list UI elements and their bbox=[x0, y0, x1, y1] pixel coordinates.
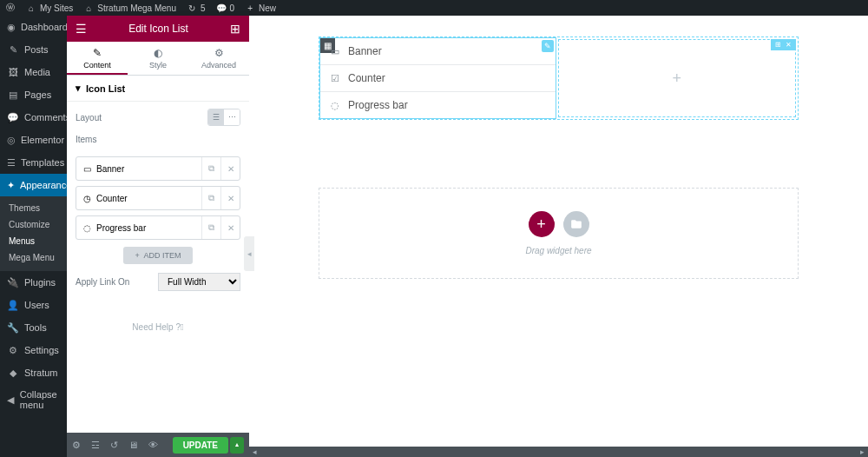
dashboard-icon: ◉ bbox=[7, 21, 16, 33]
footer-preview-icon[interactable]: 👁 bbox=[148, 440, 158, 451]
elementor-panel: ☰ Edit Icon List ⊞ ✎Content ◐Style ⚙Adva… bbox=[67, 16, 249, 457]
repeater-item[interactable]: ▭Banner ⧉ ✕ bbox=[76, 156, 240, 181]
elementor-modal: ✕ Save Menu ☰ Edit Icon List ⊞ ✎Content … bbox=[67, 16, 868, 457]
layout-label: Layout bbox=[76, 113, 102, 123]
sidebar-item-elementor[interactable]: ◎Elementor bbox=[0, 129, 67, 151]
section-selected[interactable]: ▦ ✎ ▭Banner ☑Counter ◌Progress bar ⊞✕ + bbox=[319, 36, 799, 120]
pin-icon: ✎ bbox=[7, 43, 19, 56]
home-icon: ⌂ bbox=[26, 3, 36, 13]
banner-icon: ▭ bbox=[83, 164, 91, 174]
tab-content[interactable]: ✎Content bbox=[67, 42, 128, 75]
chevron-down-icon: ▾ bbox=[76, 83, 81, 94]
panel-header: ☰ Edit Icon List ⊞ bbox=[67, 16, 249, 42]
sidebar-item-dashboard[interactable]: ◉Dashboard bbox=[0, 16, 67, 38]
layout-toggle[interactable]: ☰ ⋯ bbox=[207, 109, 240, 126]
appearance-submenu: Themes Customize Menus Mega Menu bbox=[0, 196, 67, 271]
add-item-button[interactable]: + ADD ITEM bbox=[123, 247, 194, 264]
layout-horizontal[interactable]: ⋯ bbox=[224, 109, 240, 125]
scroll-left-icon[interactable]: ◂ bbox=[249, 447, 260, 456]
plus-icon: + bbox=[245, 3, 255, 13]
plugin-icon: 🔌 bbox=[7, 276, 19, 288]
submenu-menus[interactable]: Menus bbox=[0, 233, 67, 249]
add-widget-icon[interactable]: + bbox=[672, 70, 681, 88]
remove-button[interactable]: ✕ bbox=[220, 187, 240, 209]
folder-icon bbox=[570, 218, 582, 230]
sidebar-item-stratum[interactable]: ◆Stratum bbox=[0, 361, 67, 384]
need-help[interactable]: Need Help ?⃝ bbox=[67, 300, 249, 354]
progress-icon: ◌ bbox=[83, 223, 91, 233]
panel-footer: ⚙ ☲ ↺ 🖥 👁 UPDATE ▴ bbox=[67, 433, 249, 457]
footer-navigator-icon[interactable]: ☲ bbox=[91, 440, 100, 451]
scroll-right-icon[interactable]: ▸ bbox=[857, 447, 868, 456]
sidebar-item-media[interactable]: 🖾Media bbox=[0, 61, 67, 83]
site-name-link[interactable]: ⌂Stratum Mega Menu bbox=[83, 3, 176, 13]
icon-list-widget[interactable]: ✎ ▭Banner ☑Counter ◌Progress bar bbox=[319, 37, 556, 119]
sidebar-item-templates[interactable]: ☰Templates bbox=[0, 151, 67, 174]
sidebar-item-users[interactable]: 👤Users bbox=[0, 294, 67, 316]
pencil-icon: ✎ bbox=[67, 47, 128, 59]
brush-icon: ✦ bbox=[7, 179, 15, 191]
list-item: ☑Counter bbox=[320, 65, 556, 92]
column-icon: ⊞ bbox=[775, 41, 781, 49]
submenu-themes[interactable]: Themes bbox=[0, 200, 67, 216]
layout-vertical[interactable]: ☰ bbox=[208, 109, 224, 125]
user-icon: 👤 bbox=[7, 299, 19, 311]
submenu-customize[interactable]: Customize bbox=[0, 216, 67, 233]
footer-history-icon[interactable]: ↺ bbox=[110, 440, 118, 451]
add-section-button[interactable]: + bbox=[529, 211, 555, 237]
sidebar-item-settings[interactable]: ⚙Settings bbox=[0, 339, 67, 361]
sidebar-item-plugins[interactable]: 🔌Plugins bbox=[0, 271, 67, 294]
footer-settings-icon[interactable]: ⚙ bbox=[72, 440, 81, 451]
my-sites-link[interactable]: ⌂My Sites bbox=[26, 3, 73, 13]
comments-link[interactable]: 💬0 bbox=[216, 3, 235, 13]
panel-widgets-icon[interactable]: ⊞ bbox=[230, 22, 240, 36]
section-icon-list[interactable]: ▾Icon List bbox=[67, 76, 249, 102]
wp-logo[interactable]: ⓦ bbox=[5, 3, 16, 13]
duplicate-button[interactable]: ⧉ bbox=[201, 216, 220, 239]
comment-icon: 💬 bbox=[7, 111, 19, 123]
new-link[interactable]: +New bbox=[245, 3, 276, 13]
apply-link-label: Apply Link On bbox=[76, 277, 129, 287]
remove-button[interactable]: ✕ bbox=[220, 157, 240, 180]
submenu-mega-menu[interactable]: Mega Menu bbox=[0, 249, 67, 266]
apply-link-select[interactable]: Full Width bbox=[158, 273, 240, 291]
wp-adminbar: ⓦ ⌂My Sites ⌂Stratum Mega Menu ↻5 💬0 +Ne… bbox=[0, 0, 868, 16]
updates-link[interactable]: ↻5 bbox=[187, 3, 206, 13]
counter-icon: ☑ bbox=[329, 72, 341, 84]
column-controls[interactable]: ⊞✕ bbox=[771, 39, 796, 50]
sidebar-item-tools[interactable]: 🔧Tools bbox=[0, 316, 67, 339]
add-template-button[interactable] bbox=[563, 211, 589, 237]
list-item: ▭Banner bbox=[320, 38, 556, 65]
collapse-icon: ◀ bbox=[7, 394, 15, 406]
update-button[interactable]: UPDATE bbox=[173, 437, 228, 454]
tab-style[interactable]: ◐Style bbox=[128, 42, 188, 75]
close-icon[interactable]: ✕ bbox=[786, 41, 792, 49]
sidebar-item-comments[interactable]: 💬Comments bbox=[0, 106, 67, 129]
plus-icon: + bbox=[135, 251, 140, 260]
empty-column[interactable]: ⊞✕ + bbox=[558, 39, 797, 117]
list-item: ◌Progress bar bbox=[320, 92, 556, 118]
wrench-icon: 🔧 bbox=[7, 321, 19, 334]
new-section-area[interactable]: + Drag widget here bbox=[319, 188, 799, 279]
panel-title: Edit Icon List bbox=[128, 23, 188, 35]
duplicate-button[interactable]: ⧉ bbox=[201, 157, 220, 180]
repeater-item[interactable]: ◌Progress bar ⧉ ✕ bbox=[76, 215, 240, 240]
remove-button[interactable]: ✕ bbox=[220, 216, 240, 239]
duplicate-button[interactable]: ⧉ bbox=[201, 187, 220, 209]
counter-icon: ◷ bbox=[83, 194, 91, 203]
widget-edit-icon[interactable]: ✎ bbox=[542, 40, 554, 52]
panel-tabs: ✎Content ◐Style ⚙Advanced bbox=[67, 42, 249, 76]
tab-advanced[interactable]: ⚙Advanced bbox=[188, 42, 249, 75]
banner-icon: ▭ bbox=[329, 45, 341, 57]
templates-icon: ☰ bbox=[7, 156, 16, 169]
sidebar-item-appearance[interactable]: ✦Appearance bbox=[0, 174, 67, 196]
panel-body: ▾Icon List Layout ☰ ⋯ Items ▭Banner ⧉ ✕ bbox=[67, 76, 249, 433]
footer-responsive-icon[interactable]: 🖥 bbox=[128, 440, 138, 451]
sidebar-item-posts[interactable]: ✎Posts bbox=[0, 38, 67, 61]
sidebar-item-pages[interactable]: ▤Pages bbox=[0, 83, 67, 106]
update-options-button[interactable]: ▴ bbox=[230, 437, 244, 454]
sidebar-collapse[interactable]: ◀Collapse menu bbox=[0, 384, 67, 415]
repeater-item[interactable]: ◷Counter ⧉ ✕ bbox=[76, 186, 240, 210]
panel-collapse-handle[interactable]: ◂ bbox=[244, 236, 254, 271]
panel-menu-icon[interactable]: ☰ bbox=[76, 22, 87, 36]
